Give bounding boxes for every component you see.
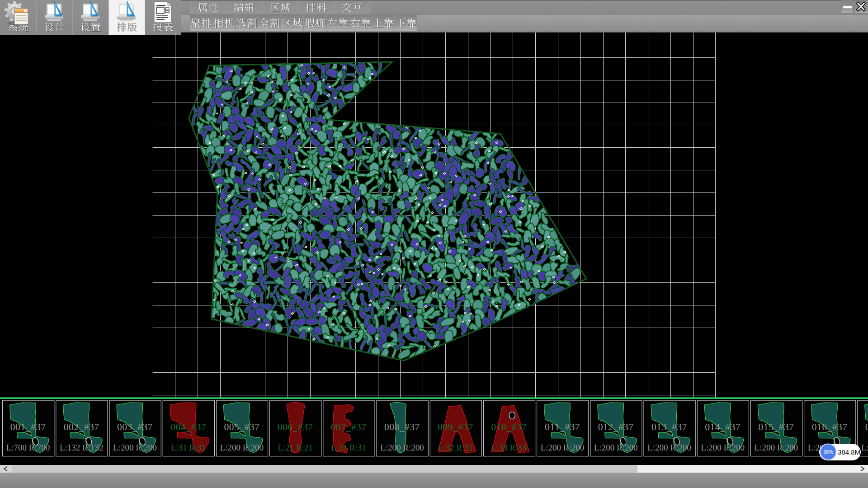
svg-text:L:200 R:200: L:200 R:200 [113,443,157,452]
svg-text:010_#37: 010_#37 [491,422,527,432]
svg-text:L:21 R:21: L:21 R:21 [278,443,313,452]
svg-text:005_#37: 005_#37 [224,422,259,432]
svg-text:014_#37: 014_#37 [705,422,741,432]
svg-text:009_#37: 009_#37 [438,422,473,432]
svg-text:L:200 R:200: L:200 R:200 [647,443,691,452]
svg-text:013_#37: 013_#37 [651,422,687,432]
svg-text:003_#37: 003_#37 [117,422,153,432]
svg-text:001_#37: 001_#37 [10,422,46,432]
svg-text:016_#37: 016_#37 [812,422,848,432]
svg-text:38%: 38% [823,449,833,455]
svg-text:004_#37: 004_#37 [170,422,206,432]
svg-text:L:33 R:33: L:33 R:33 [491,443,527,452]
svg-text:L:31 R:31: L:31 R:31 [331,443,366,452]
svg-text:L:200 R:200: L:200 R:200 [755,443,798,452]
svg-text:006_#37: 006_#37 [278,422,313,432]
svg-text:L:132 R:132: L:132 R:132 [60,443,104,452]
svg-text:008_#37: 008_#37 [384,422,420,432]
svg-text:L:200 R:200: L:200 R:200 [541,443,585,452]
svg-text:L:200 R:200: L:200 R:200 [594,443,638,452]
svg-text:L:32 R:31: L:32 R:31 [438,443,473,452]
svg-text:011_#37: 011_#37 [545,422,580,432]
svg-text:L:200 R:200: L:200 R:200 [220,443,264,452]
svg-text:L:200 R:200: L:200 R:200 [701,443,745,452]
svg-text:002_#37: 002_#37 [64,422,99,432]
svg-text:L:700 R:700: L:700 R:700 [6,443,50,452]
svg-text:384.8M: 384.8M [838,448,860,456]
svg-text:015_#37: 015_#37 [758,422,794,432]
svg-text:007_#37: 007_#37 [331,422,367,432]
svg-text:012_#37: 012_#37 [598,422,634,432]
svg-text:L:200 R:200: L:200 R:200 [861,443,868,452]
svg-text:L:200 R:200: L:200 R:200 [380,443,424,452]
svg-text:L:31 R:31: L:31 R:31 [171,443,206,452]
svg-text:017_#37: 017_#37 [865,422,868,432]
